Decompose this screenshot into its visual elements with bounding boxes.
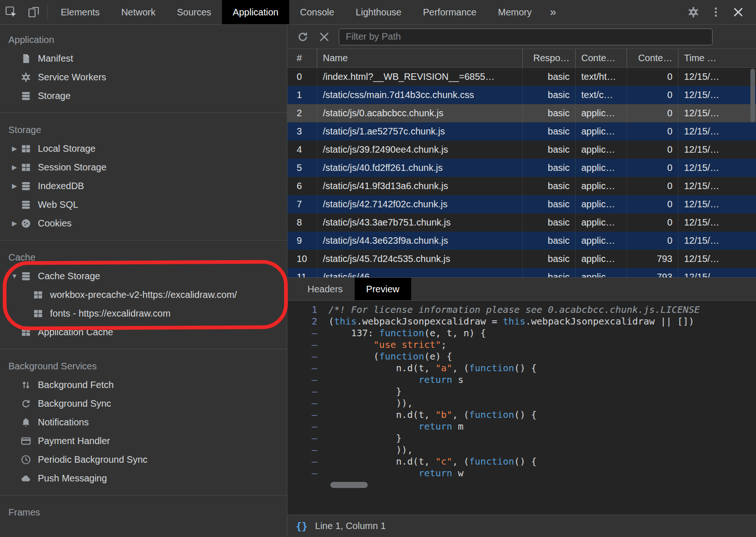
table-row[interactable]: 4/static/js/39.f2490ee4.chunk.jsbasicapp… [287,141,756,159]
menu-button[interactable] [705,0,727,24]
tree-arrow-icon[interactable]: ▶ [8,219,21,227]
sidebar-item-service-workers[interactable]: Service Workers [0,68,287,86]
cell-num: 7 [287,195,317,213]
sidebar-item-notifications[interactable]: Notifications [0,413,287,431]
table-row[interactable]: 5/static/js/40.fd2ff261.chunk.jsbasicapp… [287,159,756,177]
sidebar-item-label: Storage [38,91,71,101]
sidebar-item-background-fetch[interactable]: Background Fetch [0,375,287,394]
sidebar-item-background-sync[interactable]: Background Sync [0,394,287,413]
pretty-print-icon[interactable]: {} [296,521,307,532]
code-horizontal-scrollbar[interactable] [330,482,368,488]
refresh-button[interactable] [292,26,314,48]
cell-content_length: 0 [627,104,678,122]
cell-time: 12/15/… [678,250,756,268]
database-icon [21,271,31,282]
sidebar-item-session-storage[interactable]: ▶Session Storage [0,158,287,177]
code-line: – )), [287,444,756,456]
cell-time: 12/15/… [678,68,756,86]
sidebar-item-label: Manifest [38,53,73,64]
tab-elements[interactable]: Elements [50,0,110,24]
tab-network[interactable]: Network [110,0,166,24]
sidebar-item-workbox-precache-v2-https-excalidraw-com[interactable]: workbox-precache-v2-https://excalidraw.c… [0,285,287,304]
tab-application[interactable]: Application [222,0,289,24]
sidebar-item-local-storage[interactable]: ▶Local Storage [0,139,287,158]
tree-arrow-icon[interactable]: ▼ [8,272,21,280]
filter-by-path-input[interactable] [339,28,713,45]
code-token: this [334,316,357,327]
tab-lighthouse[interactable]: Lighthouse [345,0,412,24]
table-row[interactable]: 0/index.html?__WB_REVISION__=6855…basict… [287,68,756,86]
column-header-1[interactable]: Name [317,49,523,67]
table-row[interactable]: 1/static/css/main.7d14b3cc.chunk.cssbasi… [287,86,756,104]
sidebar-item-label: Cache Storage [38,271,100,282]
cell-content_length: 793 [627,250,678,268]
sidebar-item-push-messaging[interactable]: Push Messaging [0,469,287,488]
close-button[interactable] [727,0,749,24]
cell-content_length: 0 [627,159,678,177]
table-row[interactable]: 9/static/js/44.3e623f9a.chunk.jsbasicapp… [287,232,756,250]
sidebar-item-cookies[interactable]: ▶Cookies [0,214,287,233]
line-number: – [287,432,328,444]
table-row[interactable]: 11/static/js/46…basicapplic…79312/15/… [287,268,756,277]
sidebar-item-label: Session Storage [38,162,107,173]
section-title-cache: Cache [0,248,287,267]
sidebar-item-storage[interactable]: Storage [0,86,287,105]
code-text: )), [328,397,756,409]
tree-arrow-icon[interactable]: ▶ [8,145,21,152]
device-toolbar-button[interactable] [22,0,45,24]
resource-grid: #NameRespo…Conte…Conte…Time … 0/index.ht… [287,49,756,277]
settings-button[interactable] [682,0,705,24]
code-token: n.d(t, [328,362,435,374]
sidebar-item-payment-handler[interactable]: Payment Handler [0,431,287,450]
cell-name: /static/js/41.9f3d13a6.chunk.js [317,177,523,195]
inspect-cursor-icon [5,6,17,18]
scrollbar-thumb[interactable] [750,69,755,122]
code-token: function [469,456,514,467]
table-row[interactable]: 8/static/js/43.3ae7b751.chunk.jsbasicapp… [287,213,756,232]
payment-icon [21,436,31,446]
column-header-4[interactable]: Conte… [627,49,678,67]
cursor-position: Line 1, Column 1 [315,521,385,531]
line-number: – [287,397,328,409]
section-divider [0,240,287,240]
grid-header: #NameRespo…Conte…Conte…Time … [287,49,756,68]
cache-storage-pane: #NameRespo…Conte…Conte…Time … 0/index.ht… [287,25,756,537]
sidebar-item-web-sql[interactable]: Web SQL [0,195,287,214]
tab-sources[interactable]: Sources [166,0,222,24]
sidebar-item-application-cache[interactable]: Application Cache [0,323,287,341]
table-row[interactable]: 10/static/js/45.7d24c535.chunk.jsbasicap… [287,250,756,268]
tab-performance[interactable]: Performance [412,0,487,24]
tab-headers[interactable]: Headers [296,278,355,300]
sidebar-item-manifest[interactable]: Manifest [0,49,287,68]
table-row[interactable]: 7/static/js/42.7142f02c.chunk.jsbasicapp… [287,195,756,213]
line-number: – [287,421,328,432]
preview-tabbar: Headers Preview [287,277,756,301]
table-row[interactable]: 3/static/js/1.ae52757c.chunk.jsbasicappl… [287,122,756,141]
inspect-button[interactable] [0,0,22,24]
sidebar-item-fonts-https-excalidraw-com[interactable]: fonts - https://excalidraw.com [0,304,287,323]
more-tabs-button[interactable]: » [542,0,563,24]
code-line: – n.d(t, "a", (function() { [287,362,756,374]
line-number: – [287,327,328,339]
code-token: .webpackJsonpexcalidraw || []) [525,316,694,327]
tab-console[interactable]: Console [289,0,345,24]
sidebar-item-periodic-background-sync[interactable]: Periodic Background Sync [0,450,287,469]
table-row[interactable]: 2/static/js/0.acabcbcc.chunk.jsbasicappl… [287,104,756,122]
tree-arrow-icon[interactable]: ▶ [8,163,21,171]
grid-vertical-scrollbar[interactable] [750,69,755,276]
cell-num: 4 [287,141,317,159]
sidebar-item-indexeddb[interactable]: ▶IndexedDB [0,177,287,195]
tab-preview[interactable]: Preview [355,278,411,300]
table-row[interactable]: 6/static/js/41.9f3d13a6.chunk.jsbasicapp… [287,177,756,195]
sidebar-item-cache-storage[interactable]: ▼Cache Storage [0,267,287,285]
tree-arrow-icon[interactable]: ▶ [8,182,21,190]
cell-name: /static/js/1.ae52757c.chunk.js [317,122,523,141]
column-header-5[interactable]: Time … [678,49,756,67]
code-token: )), [328,397,413,409]
column-header-2[interactable]: Respo… [523,49,576,67]
tab-memory[interactable]: Memory [487,0,542,24]
column-header-0[interactable]: # [287,49,317,67]
file-icon [21,53,31,64]
delete-selected-button[interactable] [314,26,335,48]
column-header-3[interactable]: Conte… [576,49,627,67]
